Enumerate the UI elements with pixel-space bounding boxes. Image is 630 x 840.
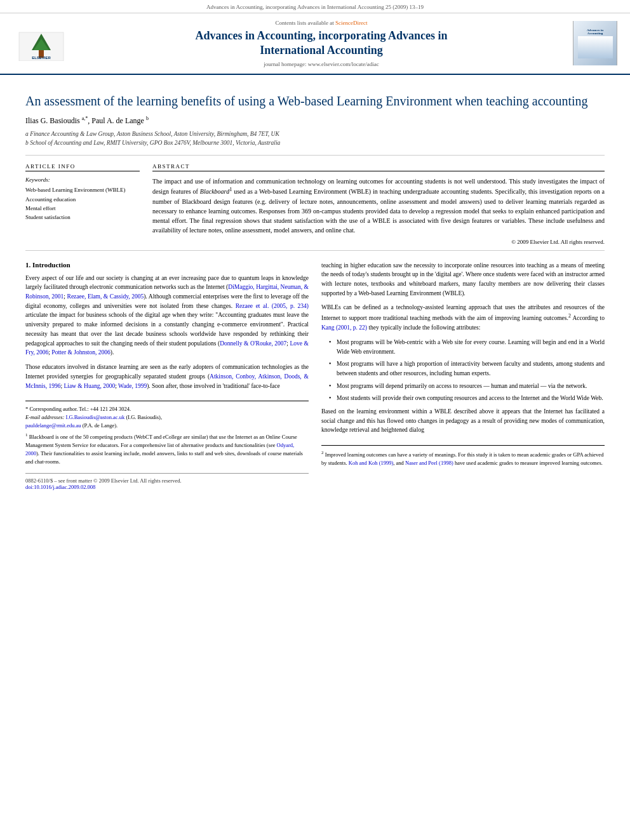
header-divider [25, 155, 605, 156]
footnote-1: 1 Blackboard is one of the 50 competing … [25, 432, 309, 465]
affiliation-a: a Finance Accounting & Law Group, Aston … [25, 130, 605, 138]
elsevier-logo-area: ELSEVIER [13, 26, 70, 61]
intro-paragraph-2: Those educators involved in distance lea… [25, 363, 309, 390]
abstract-heading: ABSTRACT [152, 163, 605, 171]
corresponding-author: * Corresponding author. Tel.: +44 121 20… [25, 405, 309, 413]
keywords-list: Web-based Learning Environment (WBLE) Ac… [25, 185, 140, 222]
ref-koh: Koh and Koh (1999) [349, 460, 394, 466]
body-section: 1. Introduction Every aspect of our life… [25, 261, 605, 491]
ref-naser: Naser and Peel (1998) [405, 460, 453, 466]
section-divider [25, 250, 605, 251]
abstract-panel: ABSTRACT The impact and use of informati… [152, 163, 605, 244]
abstract-text: The impact and use of information and co… [152, 177, 605, 234]
ref-kang: Kang (2001, p. 22) [321, 324, 367, 331]
footnote-2: 2 Improved learning outcomes can have a … [321, 450, 605, 467]
copyright-text: © 2009 Elsevier Ltd. All rights reserved… [152, 239, 605, 245]
keyword-3: Mental effort [25, 204, 140, 213]
email2-link[interactable]: pauldelange@rmit.edu.au [25, 422, 81, 429]
doi-line: doi:10.1016/j.adiac.2009.02.008 [25, 484, 309, 490]
intro-paragraph-1: Every aspect of our life and our society… [25, 274, 309, 357]
attributes-list: Most programs will be Web-centric with a… [329, 338, 605, 403]
ref-donnelly: Donnelly & O'Rouke, 2007 [220, 340, 286, 347]
ref-rezaee-elam: Rezaee, Elam, & Cassidy, 2005 [67, 293, 144, 300]
email1-link[interactable]: I.G.Basioudis@aston.ac.uk [65, 414, 124, 420]
elsevier-tree-icon: ELSEVIER [16, 26, 67, 61]
bullet-item-4: Most students will provide their own com… [329, 394, 605, 403]
ref-liaw: Liaw & Huang, 2000 [64, 383, 115, 389]
journal-title-area: Contents lists available at ScienceDirec… [70, 20, 573, 67]
ref-odvard: Odyard, 2000 [25, 442, 294, 457]
author-basioudis: Ilias G. Basioudis [25, 116, 82, 125]
right-paragraph-2: WBLEs can be defined as a technology-ass… [321, 303, 605, 332]
svg-text:ELSEVIER: ELSEVIER [32, 56, 51, 60]
body-right-column: teaching in higher education saw the nec… [321, 261, 605, 491]
keyword-4: Student satisfaction [25, 213, 140, 222]
body-left-column: 1. Introduction Every aspect of our life… [25, 261, 309, 491]
footnote-2-section: 2 Improved learning outcomes can have a … [321, 445, 605, 467]
journal-title: Advances in Accounting, incorporating Ad… [70, 29, 573, 58]
ref-rezaee-2005: Rezaee et al. (2005, p. 234) [236, 303, 309, 309]
article-info-heading: ARTICLE INFO [25, 163, 140, 171]
science-direct-link[interactable]: ScienceDirect [335, 20, 367, 26]
right-paragraph-1: teaching in higher education saw the nec… [321, 261, 605, 298]
article-info-panel: ARTICLE INFO Keywords: Web-based Learnin… [25, 163, 140, 244]
contents-available-line: Contents lists available at ScienceDirec… [70, 20, 573, 26]
right-paragraph-3: Based on the learning environment within… [321, 407, 605, 435]
keyword-1: Web-based Learning Environment (WBLE) [25, 185, 140, 194]
bullet-item-3: Most programs will depend primarily on a… [329, 382, 605, 391]
authors-line: Ilias G. Basioudis a,*, Paul A. de Lange… [25, 116, 605, 126]
article-title: An assessment of the learning benefits o… [25, 93, 605, 109]
bullet-item-1: Most programs will be Web-centric with a… [329, 338, 605, 357]
journal-header: ELSEVIER Contents lists available at Sci… [0, 13, 630, 75]
page-top-bar: Advances in Accounting, incorporating Ad… [0, 0, 630, 13]
keyword-2: Accounting education [25, 195, 140, 204]
introduction-heading: 1. Introduction [25, 261, 309, 269]
footer-section: 0882-6110/$ – see front matter © 2009 El… [25, 473, 309, 490]
main-content: An assessment of the learning benefits o… [0, 75, 630, 503]
journal-homepage: journal homepage: www.elsevier.com/locat… [70, 61, 573, 67]
journal-reference: Advances in Accounting, incorporating Ad… [206, 4, 424, 10]
footnote-section: * Corresponding author. Tel.: +44 121 20… [25, 401, 309, 465]
journal-thumbnail: Advances inAccounting [573, 21, 617, 65]
email-addresses: E-mail addresses: I.G.Basioudis@aston.ac… [25, 413, 309, 430]
ref-potter: Potter & Johnston, 2006 [51, 349, 110, 356]
affiliation-b: b School of Accounting and Law, RMIT Uni… [25, 138, 605, 147]
info-abstract-section: ARTICLE INFO Keywords: Web-based Learnin… [25, 163, 605, 244]
affiliations: a Finance Accounting & Law Group, Aston … [25, 130, 605, 148]
ref-wade: Wade, 1999 [118, 383, 147, 389]
keywords-label: Keywords: [25, 177, 140, 183]
doi-link[interactable]: doi:10.1016/j.adiac.2009.02.008 [25, 484, 95, 490]
issn-line: 0882-6110/$ – see front matter © 2009 El… [25, 477, 309, 484]
bullet-item-2: Most programs will have a high proportio… [329, 359, 605, 378]
